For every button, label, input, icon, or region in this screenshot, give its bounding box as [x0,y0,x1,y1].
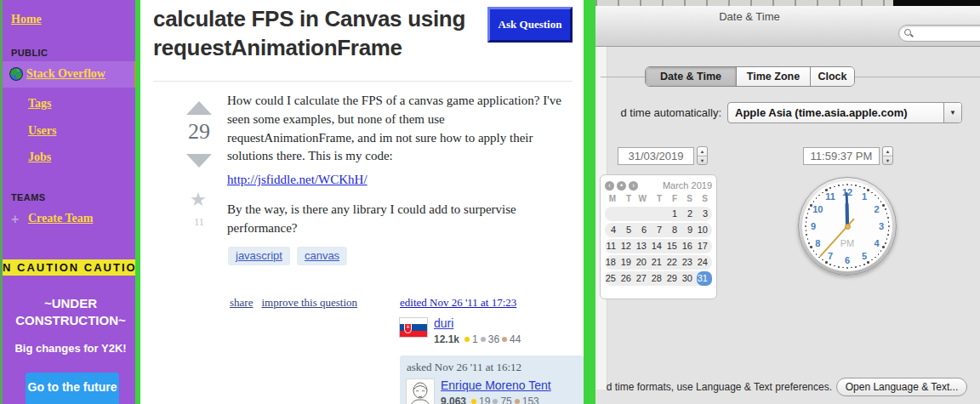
day-header: M [605,194,620,205]
bookmark-star-icon[interactable]: ★ [190,189,207,211]
upvote-arrow-icon[interactable] [186,101,212,115]
stepper-down-icon[interactable]: ▼ [883,156,892,164]
calendar-next-icon[interactable]: › [629,181,638,191]
calendar-day[interactable]: 27 [635,271,651,286]
sidebar-item-home[interactable]: Home [11,13,42,26]
date-input[interactable]: 31/03/2019 [618,147,694,165]
calendar-day[interactable]: 15 [666,239,681,253]
jsfiddle-link[interactable]: http://jsfiddle.net/WCKhH/ [227,173,368,187]
calendar-day[interactable]: 23 [681,255,697,270]
bronze-badge-icon [515,399,520,404]
calendar-day[interactable]: 28 [651,271,666,286]
window-titlebar[interactable]: Date & Time [595,6,980,47]
tags-row: javascript canvas [228,247,347,265]
edited-timestamp-link[interactable]: edited Nov 26 '11 at 17:23 [400,296,516,309]
day-header: T [620,194,635,205]
sidebar-heading-public: PUBLIC [11,48,48,58]
search-input[interactable] [898,25,980,42]
day-header: T [651,194,666,205]
time-input[interactable]: 11:59:37 PM [803,147,880,165]
user-link-enrique[interactable]: Enrique Moreno Tent [441,378,551,392]
calendar-day[interactable]: 7 [651,223,666,237]
calendar-day[interactable]: 1 [666,207,681,221]
open-language-text-button[interactable]: Open Language & Text... [836,378,967,396]
calendar-day[interactable]: 19 [620,255,635,270]
calendar-day-selected[interactable]: 31 [697,271,712,286]
ntp-server-dropdown[interactable]: Apple Asia (time.asia.apple.com) ▼ [727,102,962,123]
stepper-up-icon[interactable]: ▲ [698,147,707,156]
improve-question-link[interactable]: improve this question [261,296,357,310]
calendar-day[interactable]: 6 [635,223,651,237]
avatar-sketch-portrait[interactable] [407,379,434,404]
calendar-day[interactable]: 25 [605,271,620,286]
calendar-day[interactable]: 24 [697,255,712,270]
clock-tick [863,187,865,189]
background-dark-strip [893,0,980,6]
calendar-day[interactable]: 9 [681,223,697,237]
stepper-down-icon[interactable]: ▼ [698,156,707,164]
date-time-window: Date & Time Date & Time Time Zone Clock … [595,0,980,404]
share-link[interactable]: share [230,296,253,310]
sidebar-item-create-team[interactable]: Create Team [28,212,93,225]
ask-question-button[interactable]: Ask Question [487,7,573,43]
calendar-week-row: 11121314151617 [605,239,712,253]
calendar-day[interactable]: 8 [666,223,681,237]
tab-time-zone[interactable]: Time Zone [736,67,810,86]
calendar-day[interactable]: 21 [651,255,666,270]
calendar-day[interactable]: 29 [666,271,681,286]
calendar-prev-icon[interactable]: ‹ [605,181,614,191]
stepper-up-icon[interactable]: ▲ [883,147,892,156]
sidebar-heading-teams: TEAMS [11,192,46,202]
calendar-day[interactable]: 5 [620,223,635,237]
sidebar-item-tags[interactable]: Tags [28,97,52,111]
calendar-week-row: 25262728293031 [605,271,712,286]
green-divider-bar [584,0,595,404]
set-automatically-label: d time automatically: [595,106,721,119]
calendar-day [635,207,651,221]
bronze-badge-icon [502,337,507,342]
calendar-day[interactable]: 4 [605,223,620,237]
sidebar-item-jobs[interactable]: Jobs [28,151,51,164]
go-to-future-button[interactable]: Go to the future [26,373,119,404]
calendar-day[interactable]: 11 [605,239,620,253]
calendar-day[interactable]: 2 [681,207,697,221]
calendar-day[interactable]: 26 [620,271,635,286]
calendar-day[interactable]: 30 [681,271,697,286]
question-title: calculate FPS in Canvas using requestAni… [153,5,498,63]
clock-tick [838,185,840,186]
user-link-duri[interactable]: duri [434,316,453,330]
sidebar: Home PUBLIC Stack Overflow Tags Users Jo… [0,0,135,404]
bronze-count: 44 [510,333,521,345]
sidebar-item-stack-overflow[interactable]: Stack Overflow [3,61,138,88]
title-divider [153,81,573,82]
question-body-paragraph-2: By the way, is there any library I could… [227,201,569,238]
avatar-slovakia-flag[interactable] [400,318,427,337]
downvote-arrow-icon[interactable] [186,154,212,168]
calendar-day[interactable]: 10 [697,223,712,237]
stackoverflow-page: Home PUBLIC Stack Overflow Tags Users Jo… [0,0,584,404]
calendar-day[interactable]: 22 [666,255,681,270]
tab-clock[interactable]: Clock [810,67,854,86]
clock-tick [810,204,812,207]
calendar-today-icon[interactable]: • [617,181,626,191]
tab-date-time[interactable]: Date & Time [646,67,736,86]
day-header: S [681,194,697,205]
calendar-day[interactable]: 13 [635,239,651,253]
sidebar-item-users[interactable]: Users [28,124,56,138]
date-stepper[interactable]: ▲ ▼ [697,146,708,165]
sidebar-green-border [135,0,140,404]
time-stepper[interactable]: ▲ ▼ [882,146,893,165]
tag-javascript[interactable]: javascript [228,247,290,265]
calendar-day[interactable]: 3 [697,207,712,221]
calendar-day[interactable]: 16 [681,239,697,253]
tag-canvas[interactable]: canvas [297,247,347,265]
clock-tick [825,189,828,191]
calendar-day[interactable]: 12 [620,239,635,253]
calendar-day[interactable]: 20 [635,255,651,270]
ntp-server-value: Apple Asia (time.asia.apple.com) [735,103,908,122]
chevron-down-icon[interactable]: ▼ [943,103,961,122]
calendar-day[interactable]: 17 [697,239,712,253]
calendar-day[interactable]: 14 [651,239,666,253]
calendar-day[interactable]: 18 [605,255,620,270]
clock-tick [855,185,857,186]
